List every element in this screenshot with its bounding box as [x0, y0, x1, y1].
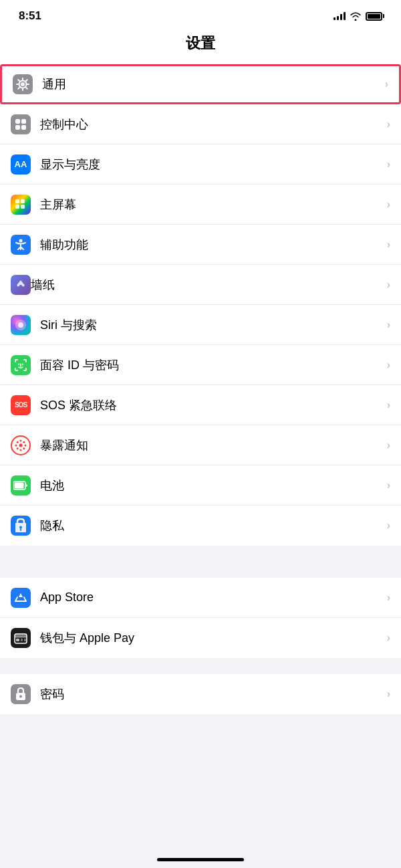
faceid-chevron: ›	[387, 359, 390, 371]
svg-point-22	[17, 447, 19, 449]
svg-point-18	[25, 444, 27, 446]
svg-rect-6	[15, 199, 19, 203]
settings-item-wallet[interactable]: 钱包与 Apple Pay ›	[0, 618, 401, 658]
wallet-chevron: ›	[387, 632, 390, 644]
control-center-icon	[11, 114, 31, 134]
settings-item-sos[interactable]: SOS SOS 紧急联络 ›	[0, 385, 401, 425]
accessibility-label: 辅助功能	[40, 237, 387, 253]
settings-item-appstore[interactable]: App Store ›	[0, 578, 401, 618]
settings-item-home-screen[interactable]: 主屏幕 ›	[0, 185, 401, 225]
exposure-icon	[11, 435, 31, 455]
appstore-label: App Store	[40, 590, 387, 605]
store-section: App Store › 钱包与 Apple Pay ›	[0, 578, 401, 658]
wallpaper-label: 墙纸	[31, 277, 387, 293]
exposure-label: 暴露通知	[40, 437, 387, 453]
password-section: 密码 ›	[0, 674, 401, 714]
privacy-icon	[11, 516, 31, 536]
status-time: 8:51	[19, 9, 41, 23]
page-title-bar: 设置	[0, 28, 401, 64]
passwords-label: 密码	[40, 686, 387, 702]
home-indicator	[0, 853, 401, 868]
appstore-icon	[11, 588, 31, 608]
svg-point-17	[15, 444, 17, 446]
section-gap-1	[0, 562, 401, 578]
gear-icon	[16, 78, 29, 91]
control-center-label: 控制中心	[40, 116, 387, 132]
status-icons	[333, 12, 382, 21]
siri-label: Siri 与搜索	[40, 317, 387, 333]
accessibility-icon	[11, 235, 31, 255]
sos-icon: SOS	[11, 395, 31, 415]
sos-label: SOS 紧急联络	[40, 397, 387, 413]
settings-item-control-center[interactable]: 控制中心 ›	[0, 104, 401, 144]
settings-item-wallpaper[interactable]: 墙纸 ›	[0, 265, 401, 305]
control-icon-svg	[14, 118, 27, 131]
svg-point-19	[17, 441, 19, 443]
passwords-icon	[11, 684, 31, 704]
svg-point-21	[23, 441, 25, 443]
svg-rect-4	[15, 125, 20, 130]
settings-item-faceid[interactable]: 面容 ID 与密码 ›	[0, 345, 401, 385]
siri-chevron: ›	[387, 319, 390, 331]
wifi-icon	[350, 12, 362, 21]
display-icon: AA	[11, 154, 31, 175]
faceid-label: 面容 ID 与密码	[40, 357, 387, 373]
passwords-chevron: ›	[387, 688, 390, 700]
svg-rect-2	[15, 119, 20, 124]
display-chevron: ›	[387, 158, 390, 171]
settings-item-passwords[interactable]: 密码 ›	[0, 674, 401, 714]
section-gap-2	[0, 658, 401, 674]
settings-item-battery[interactable]: 电池 ›	[0, 465, 401, 506]
home-screen-icon	[11, 195, 31, 215]
siri-icon	[11, 315, 31, 335]
battery-settings-icon	[11, 475, 31, 496]
wallpaper-icon	[11, 275, 31, 295]
sos-chevron: ›	[387, 399, 390, 411]
svg-point-16	[20, 449, 22, 451]
settings-item-privacy[interactable]: 隐私 ›	[0, 506, 401, 546]
svg-point-10	[19, 239, 23, 242]
svg-rect-24	[15, 482, 24, 488]
password-settings-list: 密码 ›	[0, 674, 401, 714]
svg-rect-3	[21, 119, 26, 124]
control-center-chevron: ›	[387, 118, 390, 130]
general-chevron: ›	[385, 78, 388, 90]
privacy-label: 隐私	[40, 518, 387, 534]
general-label: 通用	[42, 76, 385, 92]
svg-rect-32	[16, 639, 19, 641]
settings-item-exposure[interactable]: 暴露通知 ›	[0, 425, 401, 465]
svg-rect-33	[21, 639, 23, 641]
accessibility-chevron: ›	[387, 239, 390, 251]
home-bar	[157, 858, 244, 861]
general-icon	[13, 74, 33, 94]
page-title: 设置	[186, 35, 215, 51]
svg-point-0	[21, 82, 25, 86]
svg-rect-8	[15, 205, 19, 209]
settings-item-general[interactable]: 通用 ›	[0, 64, 401, 104]
battery-icon	[366, 12, 382, 21]
main-section: 通用 › 控制中心 › AA 显示与亮度 ›	[0, 64, 401, 546]
main-settings-list: 通用 › 控制中心 › AA 显示与亮度 ›	[0, 64, 401, 546]
wallet-label: 钱包与 Apple Pay	[40, 630, 387, 646]
store-settings-list: App Store › 钱包与 Apple Pay ›	[0, 578, 401, 658]
svg-point-36	[19, 695, 22, 698]
svg-rect-9	[21, 205, 25, 209]
battery-chevron: ›	[387, 479, 390, 492]
settings-item-siri[interactable]: Siri 与搜索 ›	[0, 305, 401, 345]
signal-icon	[333, 12, 346, 20]
svg-rect-5	[21, 125, 26, 130]
settings-item-display[interactable]: AA 显示与亮度 ›	[0, 144, 401, 185]
svg-rect-7	[21, 199, 25, 203]
battery-label: 电池	[40, 477, 387, 494]
svg-point-20	[23, 447, 25, 449]
settings-item-accessibility[interactable]: 辅助功能 ›	[0, 225, 401, 265]
faceid-icon	[11, 355, 31, 375]
home-screen-chevron: ›	[387, 199, 390, 211]
display-label: 显示与亮度	[40, 156, 387, 173]
exposure-chevron: ›	[387, 439, 390, 451]
wallpaper-chevron: ›	[387, 279, 390, 291]
status-bar: 8:51	[0, 0, 401, 28]
appstore-chevron: ›	[387, 592, 390, 604]
svg-point-15	[20, 439, 22, 441]
wallet-icon	[11, 628, 31, 648]
